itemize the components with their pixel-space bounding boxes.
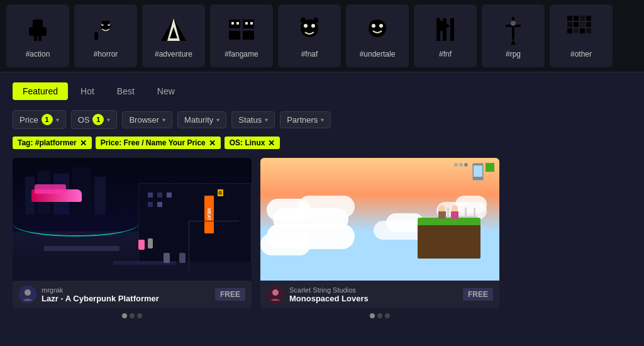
filter-partners[interactable]: Partners ▾ bbox=[280, 111, 331, 128]
filter-status[interactable]: Status ▾ bbox=[231, 111, 275, 128]
tag-horror[interactable]: #horror bbox=[74, 4, 137, 67]
tab-best[interactable]: Best bbox=[107, 82, 145, 100]
filter-price[interactable]: Price 1 ▾ bbox=[13, 110, 66, 129]
svg-rect-48 bbox=[586, 28, 591, 33]
tab-featured[interactable]: Featured bbox=[13, 82, 68, 100]
svg-rect-18 bbox=[236, 22, 239, 25]
tag-strip: #action #horror #adventure #fangame #fna… bbox=[0, 0, 644, 72]
lazr-author-details: mrgrak Lazr - A Cyberpunk Platformer bbox=[42, 286, 159, 303]
monospaced-pagination bbox=[370, 312, 390, 320]
horror-icon bbox=[89, 13, 122, 46]
game-card-lazr[interactable]: MEAT G bbox=[13, 158, 252, 308]
remove-os-linux[interactable]: ✕ bbox=[268, 139, 275, 147]
tab-new[interactable]: New bbox=[147, 82, 185, 100]
filter-browser[interactable]: Browser ▾ bbox=[122, 111, 172, 128]
active-filter-price-free[interactable]: Price: Free / Name Your Price ✕ bbox=[96, 137, 221, 149]
tag-adventure[interactable]: #adventure bbox=[142, 4, 205, 67]
monospaced-thumbnail bbox=[260, 158, 499, 281]
card-wrapper-lazr: MEAT G bbox=[13, 158, 252, 320]
action-label: #action bbox=[26, 50, 50, 59]
monospaced-dot-3[interactable] bbox=[385, 313, 390, 318]
undertale-label: #undertale bbox=[360, 50, 396, 59]
other-icon bbox=[565, 13, 597, 46]
horror-label: #horror bbox=[94, 50, 118, 59]
svg-rect-42 bbox=[574, 22, 579, 27]
game-card-monospaced[interactable]: Scarlet String Studios Monospaced Lovers… bbox=[260, 158, 499, 308]
svg-rect-1 bbox=[29, 27, 47, 36]
tag-fnaf[interactable]: #fnaf bbox=[278, 4, 341, 67]
lazr-dot-1[interactable] bbox=[122, 313, 127, 318]
lazr-info: mrgrak Lazr - A Cyberpunk Platformer FRE… bbox=[13, 281, 252, 308]
svg-rect-9 bbox=[108, 21, 109, 25]
price-chevron: ▾ bbox=[56, 116, 59, 123]
svg-rect-7 bbox=[94, 32, 98, 40]
svg-rect-16 bbox=[243, 31, 254, 40]
svg-point-52 bbox=[272, 289, 279, 296]
card-wrapper-monospaced: Scarlet String Studios Monospaced Lovers… bbox=[260, 158, 499, 320]
svg-point-28 bbox=[379, 24, 383, 28]
monospaced-price: FREE bbox=[463, 288, 493, 301]
lazr-title: Lazr - A Cyberpunk Platformer bbox=[42, 294, 159, 303]
monospaced-avatar bbox=[267, 286, 284, 303]
browser-chevron: ▾ bbox=[162, 116, 165, 123]
price-badge: 1 bbox=[42, 114, 53, 125]
monospaced-author-details: Scarlet String Studios Monospaced Lovers bbox=[289, 286, 369, 303]
svg-rect-20 bbox=[250, 22, 253, 25]
svg-rect-37 bbox=[567, 16, 572, 21]
svg-point-26 bbox=[369, 20, 386, 37]
filter-maturity[interactable]: Maturity ▾ bbox=[177, 111, 226, 128]
tag-other[interactable]: #other bbox=[550, 4, 613, 67]
svg-rect-41 bbox=[567, 22, 572, 27]
tab-bar: Featured Hot Best New bbox=[13, 82, 631, 100]
svg-point-22 bbox=[304, 24, 308, 28]
svg-marker-35 bbox=[511, 40, 516, 45]
monospaced-title: Monospaced Lovers bbox=[289, 294, 369, 303]
tag-action[interactable]: #action bbox=[6, 4, 69, 67]
monospaced-dot-1[interactable] bbox=[370, 313, 375, 318]
lazr-price: FREE bbox=[215, 288, 245, 301]
maturity-chevron: ▾ bbox=[216, 116, 219, 123]
svg-point-24 bbox=[301, 18, 306, 23]
svg-point-27 bbox=[372, 24, 375, 28]
svg-rect-43 bbox=[580, 22, 585, 27]
svg-rect-31 bbox=[450, 18, 454, 41]
svg-rect-46 bbox=[574, 28, 579, 33]
os-badge: 1 bbox=[92, 114, 104, 125]
partners-chevron: ▾ bbox=[321, 116, 324, 123]
remove-price-free[interactable]: ✕ bbox=[209, 139, 216, 147]
lazr-avatar bbox=[19, 286, 36, 303]
svg-rect-44 bbox=[586, 22, 591, 27]
tag-rpg[interactable]: #rpg bbox=[482, 4, 545, 67]
adventure-label: #adventure bbox=[155, 50, 192, 59]
monospaced-info: Scarlet String Studios Monospaced Lovers… bbox=[260, 281, 499, 308]
active-filter-tag-platformer[interactable]: Tag: #platformer ✕ bbox=[13, 137, 92, 149]
filter-os[interactable]: OS 1 ▾ bbox=[71, 110, 118, 129]
tag-fangame[interactable]: #fangame bbox=[210, 4, 273, 67]
remove-tag-platformer[interactable]: ✕ bbox=[80, 139, 87, 147]
svg-rect-47 bbox=[580, 28, 585, 33]
tag-undertale[interactable]: #undertale bbox=[346, 4, 409, 67]
svg-point-50 bbox=[25, 289, 31, 296]
os-chevron: ▾ bbox=[107, 116, 110, 123]
lazr-dot-3[interactable] bbox=[137, 313, 142, 318]
game-grid: MEAT G bbox=[13, 158, 631, 320]
fnf-icon bbox=[429, 13, 462, 46]
lazr-dot-2[interactable] bbox=[130, 313, 135, 318]
action-icon bbox=[21, 13, 54, 46]
active-filter-os-linux[interactable]: OS: Linux ✕ bbox=[225, 137, 280, 149]
fangame-icon bbox=[225, 13, 258, 46]
fnaf-label: #fnaf bbox=[301, 50, 318, 59]
tag-fnf[interactable]: #fnf bbox=[414, 4, 477, 67]
lazr-author-name: mrgrak bbox=[42, 286, 159, 294]
adventure-icon bbox=[157, 13, 190, 46]
monospaced-author-name: Scarlet String Studios bbox=[289, 286, 369, 294]
fnf-label: #fnf bbox=[439, 50, 452, 59]
status-chevron: ▾ bbox=[265, 116, 268, 123]
monospaced-dot-2[interactable] bbox=[377, 313, 382, 318]
svg-rect-40 bbox=[586, 16, 591, 21]
rpg-icon bbox=[497, 13, 530, 46]
fnaf-icon bbox=[293, 13, 326, 46]
svg-rect-33 bbox=[512, 17, 514, 40]
active-filters: Tag: #platformer ✕ Price: Free / Name Yo… bbox=[13, 137, 631, 149]
tab-hot[interactable]: Hot bbox=[70, 82, 104, 100]
